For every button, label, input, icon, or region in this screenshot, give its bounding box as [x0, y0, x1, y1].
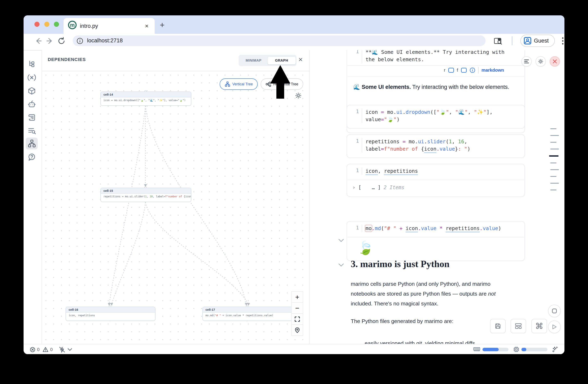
stop-icon [552, 308, 557, 314]
tab-graph[interactable]: GRAPH [268, 57, 296, 64]
fit-view-button[interactable] [291, 313, 303, 325]
graph-settings-gear-icon[interactable] [295, 92, 302, 99]
graph-node-cell-15[interactable]: cell-15 repetitions = mo.ui.slider(1, 16… [100, 188, 191, 202]
code-editor[interactable]: icon = mo.ui.dropdown(["🍃", "🌊", "✨"],va… [362, 109, 493, 123]
sidebar-item-packages[interactable] [26, 85, 38, 97]
graph-canvas[interactable]: cell-14 icon = mo.ui.dropdown(["🍃", "🌊",… [42, 71, 309, 344]
code-cell-slider[interactable]: 1 repetitions = mo.ui.slider(1, 16,label… [347, 134, 525, 158]
sidebar-item-snippets[interactable] [26, 125, 38, 136]
robot-icon [27, 100, 36, 109]
markdown-editor[interactable]: **🌊 Some UI elements.** Try interacting … [362, 50, 504, 63]
code-cell-tuple[interactable]: 1 icon, repetitions › [ … ] 2 Items [347, 164, 525, 197]
autorun-off-icon[interactable] [59, 346, 65, 353]
errors-icon[interactable] [30, 347, 35, 352]
sidebar-item-logs[interactable] [26, 112, 38, 123]
horizontal-tree-button[interactable]: Horizontal Tree [261, 78, 303, 90]
traffic-light-zoom[interactable] [54, 22, 59, 27]
interrupt-button[interactable] [548, 305, 561, 317]
menu-lines-icon [524, 59, 529, 63]
cell-minimap[interactable] [549, 128, 559, 196]
search-tabs-icon[interactable] [494, 37, 502, 45]
footer-divider [478, 67, 479, 74]
forward-icon[interactable] [46, 37, 54, 45]
cell-config-button[interactable] [536, 56, 546, 67]
browser-menu-icon[interactable] [559, 37, 565, 45]
collapse-section-chevron-icon[interactable] [338, 263, 344, 267]
code-cell-momd[interactable]: 1 mo.md("# " + icon.value * repetitions.… [347, 221, 525, 261]
graph-edges [42, 71, 309, 344]
vertical-tree-button[interactable]: Vertical Tree [220, 78, 258, 90]
fit-view-icon [294, 316, 300, 322]
horizontal-tree-label: Horizontal Tree [273, 82, 298, 86]
code-editor[interactable]: icon, repetitions [362, 167, 418, 175]
graph-node-cell-16[interactable]: cell-16 icon, repetitions [65, 307, 155, 321]
line-number: 1 [347, 138, 359, 144]
tab-minimap[interactable]: MINIMAP [239, 57, 268, 64]
cpu-icon [513, 346, 519, 352]
zoom-in-button[interactable]: + [291, 291, 303, 303]
variables-icon [27, 74, 36, 82]
panel-title: DEPENDENCIES [48, 57, 86, 62]
node-code: icon, repetitions [66, 313, 155, 321]
line-number: 1 [347, 225, 359, 231]
memory-icon [473, 347, 480, 352]
sidebar-item-file-explorer[interactable] [26, 58, 38, 70]
code-editor[interactable]: repetitions = mo.ui.slider(1, 16,label=f… [362, 138, 470, 153]
dependency-graph-icon [27, 139, 36, 148]
section-cut-line: easily versioned with git, yielding mini… [365, 338, 475, 344]
reload-icon[interactable] [57, 37, 65, 45]
toggle-r-checkbox[interactable] [448, 68, 454, 73]
code-editor[interactable]: mo.md("# " + icon.value * repetitions.va… [362, 225, 501, 232]
language-label[interactable]: markdown [482, 68, 504, 73]
zoom-out-button[interactable]: − [291, 302, 303, 314]
info-icon[interactable] [470, 67, 475, 73]
graph-node-cell-14[interactable]: cell-14 icon = mo.ui.dropdown(["🍃", "🌊",… [100, 92, 191, 106]
sidebar-item-help[interactable] [26, 151, 38, 163]
line-number: 1 [347, 109, 359, 115]
wave-emoji: 🌊 [353, 84, 360, 90]
scroll-icon [28, 114, 36, 122]
array-output[interactable]: › [ … ] 2 Items [352, 185, 404, 190]
chevron-down-icon[interactable] [67, 348, 72, 351]
ai-sparkles-icon[interactable] [552, 346, 558, 353]
status-bar: 0 0 [23, 344, 565, 354]
close-icon [553, 59, 557, 64]
shortcuts-button[interactable]: ⌘ [531, 319, 547, 333]
site-info-icon[interactable] [76, 38, 84, 44]
browser-tab[interactable]: m intro.py × [63, 18, 155, 34]
vertical-tree-icon [225, 81, 230, 87]
sidebar-item-ai-assistant[interactable] [26, 98, 38, 110]
layout-button[interactable] [511, 319, 526, 333]
locate-button[interactable] [291, 325, 303, 336]
tab-close-icon[interactable]: × [145, 22, 148, 29]
toggle-f-checkbox[interactable] [461, 68, 467, 73]
sidebar-rail [23, 50, 42, 344]
cell-delete-button[interactable] [550, 56, 560, 67]
cell-menu-button[interactable] [521, 56, 532, 67]
graph-zoom-controls: + − [291, 292, 303, 336]
panel-close-icon[interactable]: × [298, 56, 303, 63]
cpu-usage-bar [521, 348, 547, 351]
cell-footer: r f markdown [347, 67, 525, 74]
location-pin-icon [294, 327, 300, 333]
sidebar-item-variables[interactable] [26, 72, 38, 83]
avatar-icon [524, 37, 531, 45]
back-icon[interactable] [34, 37, 42, 45]
traffic-light-minimize[interactable] [44, 22, 49, 27]
graph-node-cell-17[interactable]: cell-17 mo.md("# " + icon.value * repeti… [202, 307, 293, 321]
section-line2: The Python files generated by marimo are… [351, 316, 453, 326]
help-chat-icon [28, 153, 36, 161]
collapse-output-chevron-icon[interactable] [338, 238, 344, 243]
warnings-icon[interactable] [42, 346, 49, 353]
url-bar[interactable]: localhost:2718 [73, 35, 485, 46]
notebook-panel: 1 **🌊 Some UI elements.** Try interactin… [309, 50, 565, 344]
save-button[interactable] [490, 319, 506, 333]
traffic-light-close[interactable] [34, 22, 40, 27]
guest-profile-button[interactable]: Guest [520, 35, 555, 47]
code-cell-dropdown[interactable]: 1 icon = mo.ui.dropdown(["🍃", "🌊", "✨"],… [347, 105, 525, 129]
new-tab-button[interactable]: + [160, 20, 165, 30]
sidebar-item-dependencies[interactable] [26, 137, 38, 149]
memory-usage-bar [483, 348, 508, 351]
play-icon [552, 324, 557, 329]
run-button[interactable] [548, 321, 561, 333]
